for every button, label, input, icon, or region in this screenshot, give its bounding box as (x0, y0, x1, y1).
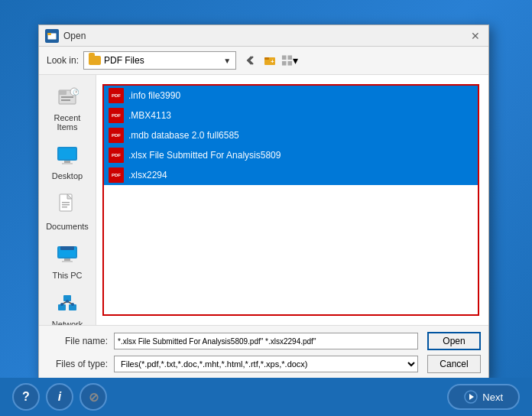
file-item-4-name: .xlsx File Submitted For Analysis5809 (128, 150, 281, 161)
back-button[interactable] (241, 51, 259, 70)
next-label: Next (482, 392, 503, 403)
lookin-dropdown[interactable]: PDF Files ▼ (83, 51, 236, 70)
svg-point-36 (71, 303, 74, 306)
svg-text:🕑: 🕑 (73, 89, 79, 96)
file-item-4[interactable]: PDF .xlsx File Submitted For Analysis580… (104, 145, 478, 165)
cancel-button-wrapper: Cancel (427, 355, 481, 373)
cancel-button[interactable]: Cancel (427, 355, 481, 373)
sidebar-item-documents-label: Documents (46, 222, 89, 231)
pdf-icon-4: PDF (109, 148, 124, 163)
dialog-titlebar: Open ✕ (39, 25, 488, 47)
sidebar-item-network-label: Network (52, 320, 83, 325)
new-folder-button[interactable]: + (261, 51, 279, 70)
sidebar-item-thispc-label: This PC (52, 271, 82, 280)
svg-rect-9 (282, 61, 287, 66)
view-menu-button[interactable]: ▾ (281, 51, 299, 70)
sidebar-item-desktop-label: Desktop (52, 171, 83, 180)
dialog-action-buttons: Open (427, 332, 481, 350)
svg-rect-27 (64, 258, 70, 261)
pdf-icon-1: PDF (109, 88, 124, 103)
open-button[interactable]: Open (427, 332, 481, 350)
app-bottom-bar: ? i ⊘ Next (0, 378, 532, 416)
folder-icon (89, 56, 101, 65)
svg-rect-18 (59, 148, 76, 159)
thispc-icon (56, 243, 79, 268)
pdf-icon-2: PDF (109, 108, 124, 123)
filetype-dropdown-wrapper: Files(*.pdf,*.txt,*.doc,*.mht,*.html,*.r… (114, 356, 418, 372)
dialog-title-icon (45, 29, 59, 43)
dialog-sidebar: 🕑 Recent Items Desktop (39, 75, 96, 325)
toolbar-icons: + ▾ (241, 51, 299, 70)
recent-items-icon: 🕑 (56, 86, 79, 111)
filename-label: File name: (47, 336, 108, 346)
filename-row: File name: Open (47, 332, 481, 350)
dialog-bottom: File name: Open Files of type: Files(*.p… (39, 325, 488, 379)
lookin-label: Look in: (47, 55, 79, 66)
sidebar-item-documents[interactable]: Documents (41, 190, 93, 234)
cancel-circle-button[interactable]: ⊘ (79, 383, 107, 411)
file-item-5-name: .xlsx2294 (128, 170, 167, 180)
dialog-content: 🕑 Recent Items Desktop (39, 75, 488, 325)
svg-rect-7 (282, 55, 287, 60)
lookin-bar: Look in: PDF Files ▼ + (39, 47, 488, 75)
file-item-5[interactable]: PDF .xlsx2294 (104, 165, 478, 185)
filetype-row: Files of type: Files(*.pdf,*.txt,*.doc,*… (47, 355, 481, 373)
filetype-label: Files of type: (47, 359, 108, 369)
svg-point-37 (66, 300, 69, 303)
dialog-title: Open (63, 31, 469, 41)
file-item-3-name: .mdb database 2.0 full6585 (128, 130, 239, 141)
next-icon (464, 390, 478, 404)
next-button[interactable]: Next (447, 384, 520, 410)
svg-rect-24 (62, 206, 67, 208)
svg-point-35 (60, 303, 63, 306)
sidebar-item-recent-label: Recent Items (46, 113, 89, 132)
dialog-close-button[interactable]: ✕ (469, 29, 482, 43)
svg-rect-20 (62, 163, 73, 164)
file-item-2[interactable]: PDF .MBX4113 (104, 106, 478, 125)
svg-rect-12 (59, 90, 66, 95)
pdf-icon-5: PDF (109, 167, 124, 183)
svg-rect-3 (47, 33, 51, 35)
sidebar-item-desktop[interactable]: Desktop (41, 141, 93, 184)
file-list[interactable]: PDF .info file3990 PDF .MBX4113 PDF .mdb… (102, 84, 479, 316)
file-item-1-name: .info file3990 (128, 90, 180, 101)
svg-rect-8 (287, 55, 292, 60)
file-item-2-name: .MBX4113 (128, 110, 171, 121)
file-item-3[interactable]: PDF .mdb database 2.0 full6585 (104, 125, 478, 145)
svg-rect-23 (62, 204, 70, 206)
svg-rect-28 (62, 261, 73, 262)
file-item-1[interactable]: PDF .info file3990 (104, 86, 478, 106)
open-dialog: Open ✕ Look in: PDF Files ▼ + (38, 24, 489, 380)
svg-rect-13 (61, 96, 73, 98)
svg-rect-29 (60, 246, 74, 250)
lookin-caret-icon: ▼ (223, 57, 231, 65)
filename-input[interactable] (114, 333, 418, 349)
sidebar-item-network[interactable]: Network (41, 289, 93, 325)
svg-marker-39 (469, 394, 474, 400)
svg-rect-14 (61, 99, 70, 101)
svg-rect-22 (62, 202, 70, 203)
documents-icon (57, 193, 78, 219)
info-button[interactable]: i (46, 383, 73, 411)
svg-rect-10 (287, 61, 292, 66)
desktop-icon (56, 144, 79, 169)
network-icon (56, 292, 79, 317)
help-button[interactable]: ? (12, 383, 40, 411)
filetype-select[interactable]: Files(*.pdf,*.txt,*.doc,*.mht,*.html,*.r… (114, 356, 418, 372)
sidebar-item-thispc[interactable]: This PC (41, 240, 93, 283)
svg-rect-19 (64, 161, 70, 163)
bottom-left-icons: ? i ⊘ (12, 383, 107, 411)
svg-rect-5 (264, 57, 269, 60)
pdf-icon-3: PDF (109, 128, 124, 143)
svg-text:+: + (271, 58, 274, 65)
lookin-value: PDF Files (104, 55, 220, 66)
sidebar-item-recent[interactable]: 🕑 Recent Items (41, 83, 93, 135)
